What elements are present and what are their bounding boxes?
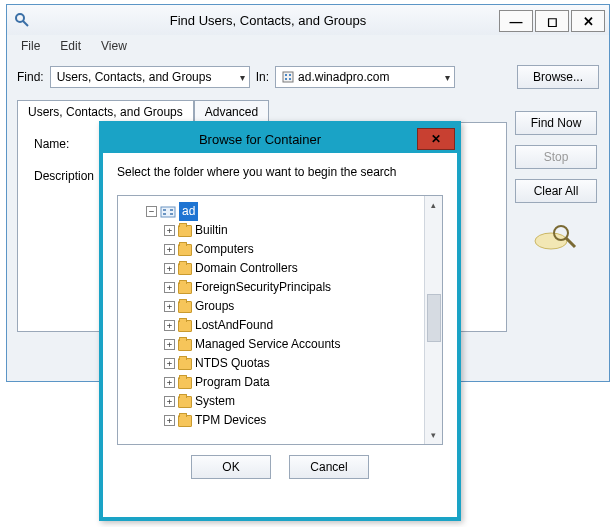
svg-rect-14 <box>170 213 173 215</box>
svg-rect-6 <box>289 78 291 80</box>
action-column: Find Now Stop Clear All <box>515 111 597 256</box>
in-combo-value: ad.winadpro.com <box>298 70 389 84</box>
maximize-button[interactable]: ◻ <box>535 10 569 32</box>
titlebar[interactable]: Find Users, Contacts, and Groups — ◻ ✕ <box>7 5 609 35</box>
tree-item-label: Computers <box>195 240 254 259</box>
tree-item[interactable]: +System <box>164 392 438 411</box>
scroll-up-icon[interactable]: ▴ <box>425 196 442 214</box>
tree-item-label: Groups <box>195 297 234 316</box>
menubar: File Edit View <box>7 35 609 57</box>
dialog-title: Browse for Container <box>103 132 417 147</box>
tree-item[interactable]: +Groups <box>164 297 438 316</box>
folder-icon <box>178 396 192 408</box>
tree-item[interactable]: +LostAndFound <box>164 316 438 335</box>
menu-edit[interactable]: Edit <box>50 37 91 55</box>
tree-item-label: Managed Service Accounts <box>195 335 340 354</box>
folder-icon <box>178 415 192 427</box>
tree-scrollbar[interactable]: ▴ ▾ <box>424 196 442 444</box>
folder-icon <box>178 301 192 313</box>
find-now-button[interactable]: Find Now <box>515 111 597 135</box>
tree-item[interactable]: +Domain Controllers <box>164 259 438 278</box>
svg-line-9 <box>566 238 575 247</box>
browse-container-dialog: Browse for Container ✕ Select the folder… <box>99 121 461 521</box>
tree-item[interactable]: +Computers <box>164 240 438 259</box>
in-combo[interactable]: ad.winadpro.com ▾ <box>275 66 455 88</box>
tree-item-label: Builtin <box>195 221 228 240</box>
folder-icon <box>178 377 192 389</box>
tree-item-label: ForeignSecurityPrincipals <box>195 278 331 297</box>
in-label: In: <box>256 70 269 84</box>
find-combo-value: Users, Contacts, and Groups <box>57 70 212 84</box>
expand-icon[interactable]: + <box>164 263 175 274</box>
scroll-down-icon[interactable]: ▾ <box>425 426 442 444</box>
ok-button[interactable]: OK <box>191 455 271 479</box>
tree-item[interactable]: +Program Data <box>164 373 438 392</box>
folder-icon <box>178 339 192 351</box>
tab-advanced[interactable]: Advanced <box>194 100 269 123</box>
svg-line-1 <box>23 21 28 26</box>
svg-rect-3 <box>285 74 287 76</box>
domain-icon <box>282 71 294 83</box>
tree-item[interactable]: +Managed Service Accounts <box>164 335 438 354</box>
expand-icon[interactable]: + <box>164 282 175 293</box>
tree-item-label: Program Data <box>195 373 270 392</box>
browse-button[interactable]: Browse... <box>517 65 599 89</box>
tabstrip: Users, Contacts, and Groups Advanced <box>17 99 599 122</box>
expand-icon[interactable]: + <box>164 358 175 369</box>
tree-item-label: LostAndFound <box>195 316 273 335</box>
expand-icon[interactable]: + <box>164 377 175 388</box>
dialog-close-button[interactable]: ✕ <box>417 128 455 150</box>
tree-item[interactable]: +NTDS Quotas <box>164 354 438 373</box>
folder-icon <box>178 282 192 294</box>
find-combo[interactable]: Users, Contacts, and Groups ▾ <box>50 66 250 88</box>
clear-all-button[interactable]: Clear All <box>515 179 597 203</box>
expand-icon[interactable]: + <box>164 339 175 350</box>
tree-item-label: System <box>195 392 235 411</box>
folder-icon <box>178 358 192 370</box>
chevron-down-icon: ▾ <box>445 72 450 83</box>
window-title: Find Users, Contacts, and Groups <box>37 13 499 28</box>
folder-icon <box>178 225 192 237</box>
menu-file[interactable]: File <box>11 37 50 55</box>
tree-item-label: TPM Devices <box>195 411 266 430</box>
tree-item[interactable]: +ForeignSecurityPrincipals <box>164 278 438 297</box>
folder-icon <box>178 244 192 256</box>
menu-view[interactable]: View <box>91 37 137 55</box>
tab-users-contacts-groups[interactable]: Users, Contacts, and Groups <box>17 100 194 123</box>
svg-rect-2 <box>283 72 293 82</box>
search-graphic-icon <box>533 221 579 256</box>
expand-icon[interactable]: + <box>164 320 175 331</box>
chevron-down-icon: ▾ <box>240 72 245 83</box>
svg-rect-11 <box>163 209 166 211</box>
tree-item-label: Domain Controllers <box>195 259 298 278</box>
scroll-thumb[interactable] <box>427 294 441 342</box>
folder-icon <box>178 263 192 275</box>
tree-root[interactable]: − ad <box>146 202 438 221</box>
stop-button[interactable]: Stop <box>515 145 597 169</box>
expand-icon[interactable]: + <box>164 301 175 312</box>
name-label: Name: <box>34 137 104 151</box>
tree-item[interactable]: +Builtin <box>164 221 438 240</box>
expand-icon[interactable]: + <box>164 225 175 236</box>
folder-icon <box>178 320 192 332</box>
app-icon <box>13 11 31 29</box>
minimize-button[interactable]: — <box>499 10 533 32</box>
close-button[interactable]: ✕ <box>571 10 605 32</box>
domain-root-icon <box>160 205 176 219</box>
cancel-button[interactable]: Cancel <box>289 455 369 479</box>
tree-root-label: ad <box>179 202 198 221</box>
container-tree: − ad +Builtin+Computers+Domain Controlle… <box>117 195 443 445</box>
svg-rect-13 <box>163 213 166 215</box>
collapse-icon[interactable]: − <box>146 206 157 217</box>
expand-icon[interactable]: + <box>164 244 175 255</box>
tree-item-label: NTDS Quotas <box>195 354 270 373</box>
svg-rect-12 <box>170 209 173 211</box>
svg-point-0 <box>16 14 24 22</box>
expand-icon[interactable]: + <box>164 415 175 426</box>
tree-item[interactable]: +TPM Devices <box>164 411 438 430</box>
svg-rect-4 <box>289 74 291 76</box>
svg-rect-5 <box>285 78 287 80</box>
dialog-titlebar[interactable]: Browse for Container ✕ <box>103 125 457 153</box>
svg-point-7 <box>535 233 567 249</box>
expand-icon[interactable]: + <box>164 396 175 407</box>
